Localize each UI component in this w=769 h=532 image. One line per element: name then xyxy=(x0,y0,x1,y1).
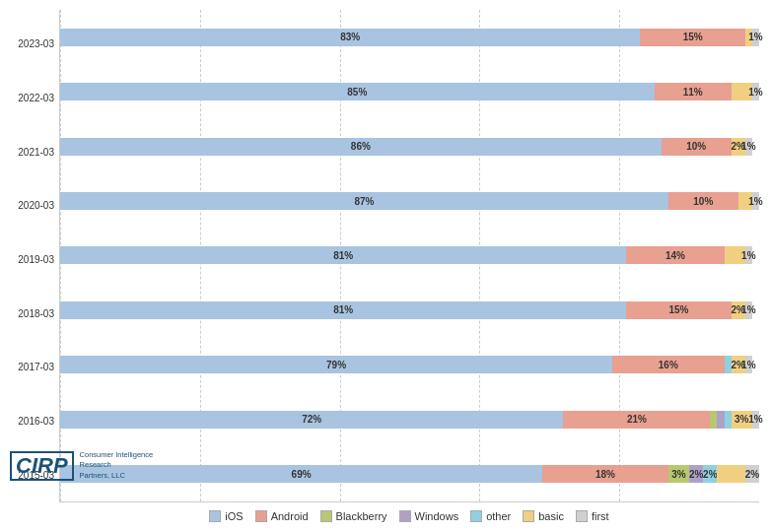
legend-label-windows: Windows xyxy=(415,510,459,522)
seg-label-android-2017-03: 16% xyxy=(659,360,678,370)
y-label-2021-03: 2021-03 xyxy=(5,148,54,158)
seg-label-ios-2019-03: 81% xyxy=(333,250,353,261)
seg-label-first-2018-03: 1% xyxy=(741,304,755,315)
seg-label-blackberry-2015-03: 3% xyxy=(671,469,685,480)
cirp-tagline: Consumer IntelligenceResearchPartners, L… xyxy=(80,450,154,482)
seg-label-first-2022-03: 1% xyxy=(748,87,762,98)
seg-label-first-2015-03: 2% xyxy=(745,469,759,480)
bar-row-2019-03: 81%14%1% xyxy=(60,244,759,266)
y-label-2018-03: 2018-03 xyxy=(5,309,54,319)
y-label-2020-03: 2020-03 xyxy=(5,201,54,211)
bar-row-2016-03: 72%21%3%1% xyxy=(60,409,759,431)
segment-ios-2016-03: 72% xyxy=(60,411,563,429)
segment-blackberry-2016-03 xyxy=(710,411,717,429)
segment-android-2019-03: 14% xyxy=(626,246,724,264)
segment-android-2023-03: 15% xyxy=(640,29,744,46)
bar-row-2021-03: 86%10%2%1% xyxy=(60,136,759,158)
seg-label-ios-2023-03: 83% xyxy=(340,32,360,42)
segment-first-2022-03: 1% xyxy=(752,83,759,100)
legend-label-basic: basic xyxy=(538,510,564,522)
seg-label-windows-2015-03: 2% xyxy=(689,469,703,480)
legend-item-ios: iOS xyxy=(209,510,243,522)
bar-row-2022-03: 85%11%1% xyxy=(60,81,759,102)
segment-first-2023-03: 1% xyxy=(752,29,759,46)
bar-row-2015-03: 69%18%3%2%2%2% xyxy=(60,463,759,485)
segment-android-2021-03: 10% xyxy=(662,138,732,156)
y-label-2016-03: 2016-03 xyxy=(5,417,54,427)
seg-label-first-2021-03: 1% xyxy=(741,141,755,152)
segment-first-2015-03: 2% xyxy=(745,465,759,483)
seg-label-android-2018-03: 15% xyxy=(668,304,688,315)
legend-swatch-basic xyxy=(523,510,534,522)
seg-label-first-2019-03: 1% xyxy=(741,250,755,261)
seg-label-android-2021-03: 10% xyxy=(686,141,706,152)
segment-other-2015-03: 2% xyxy=(703,465,717,483)
seg-label-ios-2021-03: 86% xyxy=(351,141,371,152)
cirp-logo: CIRP xyxy=(10,451,74,481)
legend-swatch-first xyxy=(576,510,588,522)
segment-ios-2018-03: 81% xyxy=(60,301,626,319)
seg-label-ios-2017-03: 79% xyxy=(326,360,346,370)
seg-label-ios-2015-03: 69% xyxy=(292,469,312,480)
segment-android-2022-03: 11% xyxy=(655,83,732,100)
segment-basic-2015-03 xyxy=(717,465,744,483)
segment-first-2016-03: 1% xyxy=(752,411,759,429)
y-label-2017-03: 2017-03 xyxy=(5,363,54,372)
legend-item-basic: basic xyxy=(523,510,564,522)
seg-label-android-2020-03: 10% xyxy=(693,196,713,207)
segment-android-2015-03: 18% xyxy=(542,465,668,483)
seg-label-ios-2022-03: 85% xyxy=(347,87,367,98)
segment-ios-2023-03: 83% xyxy=(60,29,640,46)
seg-label-first-2017-03: 1% xyxy=(741,360,755,370)
legend-label-other: other xyxy=(486,510,511,522)
seg-label-android-2016-03: 21% xyxy=(627,414,647,425)
segment-first-2019-03: 1% xyxy=(745,246,752,264)
segment-other-2016-03 xyxy=(725,411,732,429)
bar-row-2018-03: 81%15%2%1% xyxy=(60,299,759,321)
y-label-2019-03: 2019-03 xyxy=(5,255,54,265)
legend-swatch-ios xyxy=(209,510,221,522)
seg-label-android-2019-03: 14% xyxy=(665,250,685,261)
legend-swatch-android xyxy=(255,510,267,522)
legend-item-windows: Windows xyxy=(399,510,459,522)
y-axis: 2023-032022-032021-032020-032019-032018-… xyxy=(5,10,59,502)
seg-label-android-2015-03: 18% xyxy=(595,469,615,480)
legend-area: iOSAndroidBlackberryWindowsotherbasicfir… xyxy=(5,502,759,522)
seg-label-other-2015-03: 2% xyxy=(703,469,717,480)
seg-label-ios-2016-03: 72% xyxy=(302,414,321,425)
segment-first-2018-03: 1% xyxy=(745,301,752,319)
segment-blackberry-2015-03: 3% xyxy=(668,465,689,483)
segment-ios-2020-03: 87% xyxy=(60,192,668,210)
seg-label-android-2023-03: 15% xyxy=(683,32,703,42)
seg-label-android-2022-03: 11% xyxy=(683,87,703,98)
chart-area: 2023-032022-032021-032020-032019-032018-… xyxy=(5,10,759,502)
seg-label-first-2020-03: 1% xyxy=(748,196,762,207)
bar-row-2020-03: 87%10%1% xyxy=(60,190,759,212)
legend-label-first: first xyxy=(592,510,609,522)
segment-android-2018-03: 15% xyxy=(626,301,731,319)
y-label-2022-03: 2022-03 xyxy=(5,94,54,103)
seg-label-first-2016-03: 1% xyxy=(748,414,762,425)
branding: CIRPConsumer IntelligenceResearchPartner… xyxy=(10,450,153,482)
seg-label-ios-2020-03: 87% xyxy=(354,196,374,207)
segment-first-2020-03: 1% xyxy=(752,192,759,210)
seg-label-ios-2018-03: 81% xyxy=(333,304,353,315)
seg-label-first-2023-03: 1% xyxy=(748,32,762,42)
segment-ios-2017-03: 79% xyxy=(60,356,612,373)
legend-item-blackberry: Blackberry xyxy=(320,510,387,522)
legend-swatch-other xyxy=(470,510,482,522)
segment-windows-2016-03 xyxy=(717,411,724,429)
legend-label-android: Android xyxy=(271,510,309,522)
segment-ios-2022-03: 85% xyxy=(60,83,655,100)
segment-android-2017-03: 16% xyxy=(612,356,724,373)
legend-label-blackberry: Blackberry xyxy=(336,510,387,522)
legend-item-first: first xyxy=(576,510,609,522)
bar-row-2023-03: 83%15%1% xyxy=(60,27,759,48)
legend-swatch-blackberry xyxy=(320,510,332,522)
segment-ios-2019-03: 81% xyxy=(60,246,626,264)
legend-label-ios: iOS xyxy=(225,510,243,522)
segment-android-2020-03: 10% xyxy=(668,192,738,210)
bar-row-2017-03: 79%16%2%1% xyxy=(60,354,759,375)
legend-swatch-windows xyxy=(399,510,411,522)
bars-area: 83%15%1%85%11%1%86%10%2%1%87%10%1%81%14%… xyxy=(59,10,759,502)
